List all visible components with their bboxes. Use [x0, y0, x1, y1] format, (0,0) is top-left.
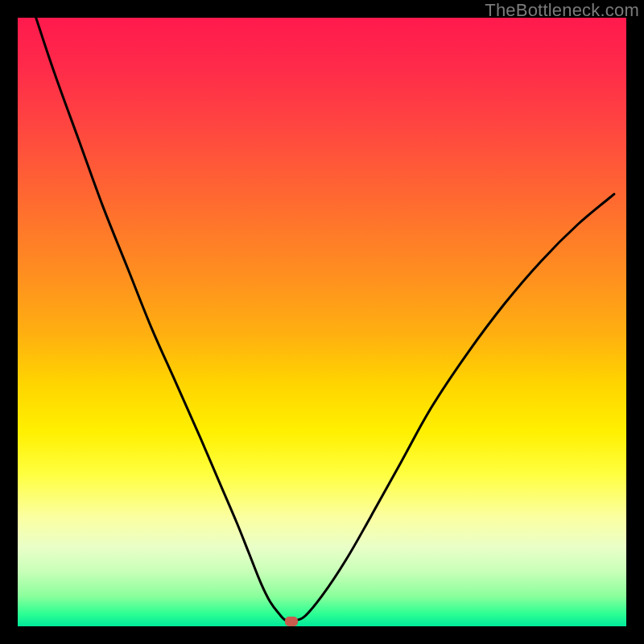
optimal-point-marker — [285, 617, 298, 626]
chart-frame: TheBottleneck.com — [0, 0, 644, 644]
plot-area — [18, 18, 626, 626]
bottleneck-curve — [18, 18, 626, 626]
watermark-text: TheBottleneck.com — [485, 0, 639, 21]
